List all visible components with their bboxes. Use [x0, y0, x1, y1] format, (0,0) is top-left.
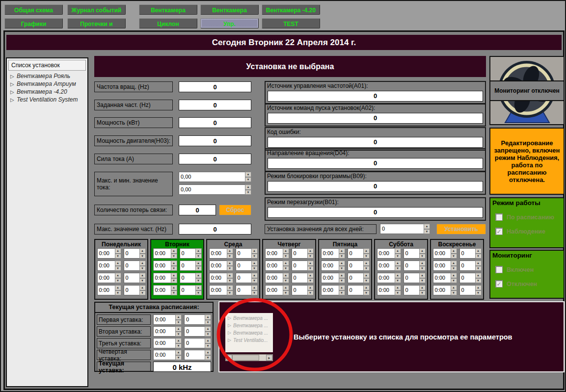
- spinner-value[interactable]: 0: [184, 326, 205, 337]
- spinner-up-button[interactable]: ▲: [419, 261, 426, 266]
- value-spinner[interactable]: 0:00 ▲▼: [321, 248, 345, 259]
- reset-button[interactable]: Сброс: [219, 205, 251, 215]
- toolbar-button[interactable]: Графики: [4, 18, 63, 28]
- tree-expand-icon[interactable]: ▷: [228, 338, 233, 342]
- spinner-value[interactable]: 0:00: [209, 248, 227, 259]
- spinner-down-button[interactable]: ▼: [139, 278, 146, 284]
- toolbar-button[interactable]: Упр. расписанием: [200, 18, 259, 28]
- spinner-value[interactable]: 0: [348, 285, 363, 295]
- spinner-value[interactable]: 0:00: [97, 248, 115, 259]
- spinner-down-button[interactable]: ▼: [451, 278, 457, 284]
- spinner-down-button[interactable]: ▼: [339, 254, 345, 259]
- spinner-down-button[interactable]: ▼: [363, 278, 370, 284]
- spinner-up-button[interactable]: ▲: [195, 273, 202, 278]
- spinner-down-button[interactable]: ▼: [451, 266, 457, 271]
- mini-list-item[interactable]: ▷Test Ventilatio...: [225, 337, 273, 344]
- toolbar-button[interactable]: Венткамера Рояль: [139, 4, 197, 15]
- spinner-value[interactable]: 0:00: [321, 248, 339, 259]
- spinner-value[interactable]: 0: [180, 273, 195, 283]
- spinner-down-button[interactable]: ▼: [251, 290, 258, 296]
- spinner-value[interactable]: 0: [180, 285, 195, 295]
- value-spinner[interactable]: 0:00 ▲▼: [209, 285, 233, 295]
- spinner-up-button[interactable]: ▲: [307, 285, 314, 290]
- spinner-down-button[interactable]: ▼: [139, 266, 146, 271]
- spinner-up-button[interactable]: ▲: [475, 248, 482, 254]
- spinner-down-button[interactable]: ▼: [363, 254, 370, 259]
- spinner-value[interactable]: 0: [184, 314, 205, 325]
- value-spinner[interactable]: 0:00 ▲▼: [433, 261, 457, 271]
- value-spinner[interactable]: 0:00 ▲▼: [377, 285, 401, 295]
- horizontal-scrollbar[interactable]: ◄ ►: [225, 354, 273, 361]
- spinner-value[interactable]: 0: [348, 248, 363, 259]
- value-spinner[interactable]: 0:00 ▲▼: [433, 273, 457, 283]
- value-spinner[interactable]: 0:00 ▲▼: [153, 326, 182, 337]
- spinner-up-button[interactable]: ▲: [139, 248, 146, 254]
- spinner-value[interactable]: 0: [124, 261, 139, 271]
- spinner-value[interactable]: 0: [180, 248, 195, 259]
- spinner-down-button[interactable]: ▼: [451, 254, 457, 259]
- apply-button[interactable]: Установить: [436, 224, 486, 235]
- spinner-up-button[interactable]: ▲: [283, 261, 289, 266]
- spinner-value[interactable]: 0: [236, 285, 251, 295]
- value-spinner[interactable]: 0 ▲▼: [404, 261, 426, 271]
- value-spinner[interactable]: 0:00 ▲▼: [97, 285, 121, 295]
- value-spinner[interactable]: 0 ▲▼: [236, 248, 258, 259]
- spinner-up-button[interactable]: ▲: [363, 248, 370, 254]
- spinner-down-button[interactable]: ▼: [227, 278, 233, 284]
- spinner-down-button[interactable]: ▼: [283, 290, 289, 296]
- value-spinner[interactable]: 0 ▲▼: [124, 261, 146, 271]
- spinner-down-button[interactable]: ▼: [363, 266, 370, 271]
- toolbar-button[interactable]: TEST: [262, 18, 320, 28]
- spinner-down-button[interactable]: ▼: [339, 278, 345, 284]
- spinner-value[interactable]: 0:00: [433, 248, 451, 259]
- spinner-up-button[interactable]: ▲: [195, 248, 202, 254]
- value-spinner[interactable]: 0 ▲▼: [292, 261, 314, 271]
- spinner-up-button[interactable]: ▲: [283, 273, 289, 278]
- checkbox[interactable]: [495, 213, 503, 221]
- spinner-value[interactable]: 0: [292, 273, 307, 283]
- spinner-down-button[interactable]: ▼: [419, 290, 426, 296]
- toolbar-button[interactable]: Венткамера -4.20: [262, 4, 320, 15]
- spinner-down-button[interactable]: ▼: [175, 320, 182, 325]
- value-spinner[interactable]: 0 ▲▼: [180, 248, 202, 259]
- spinner-down-button[interactable]: ▼: [419, 254, 426, 259]
- value-spinner[interactable]: 0 ▲▼: [180, 273, 202, 283]
- spinner-up-button[interactable]: ▲: [395, 285, 401, 290]
- value-spinner[interactable]: 0 ▲▼: [292, 248, 314, 259]
- spinner-down-button[interactable]: ▼: [195, 290, 202, 296]
- spinner-up-button[interactable]: ▲: [205, 350, 211, 355]
- spinner-value[interactable]: 0: [404, 273, 419, 283]
- spinner-value[interactable]: 0: [292, 261, 307, 271]
- spinner-down-button[interactable]: ▼: [307, 278, 314, 284]
- spinner-value[interactable]: 0: [404, 285, 419, 295]
- spinner-up-button[interactable]: ▲: [245, 184, 251, 190]
- checkbox[interactable]: [495, 266, 503, 273]
- spinner-down-button[interactable]: ▼: [171, 278, 177, 284]
- spinner-value[interactable]: 0: [459, 261, 475, 271]
- value-spinner[interactable]: 0 ▲▼: [292, 285, 314, 295]
- spinner-down-button[interactable]: ▼: [115, 278, 121, 284]
- scrollbar-thumb[interactable]: [232, 355, 259, 361]
- spinner-value[interactable]: 0:00: [265, 261, 283, 271]
- scroll-left-icon[interactable]: ◄: [226, 355, 232, 361]
- spinner-down-button[interactable]: ▼: [475, 290, 482, 296]
- spinner-down-button[interactable]: ▼: [339, 290, 345, 296]
- spinner-down-button[interactable]: ▼: [307, 290, 314, 296]
- spinner-down-button[interactable]: ▼: [175, 355, 182, 361]
- value-spinner[interactable]: 0:00 ▲▼: [209, 273, 233, 283]
- value-spinner[interactable]: 0:00 ▲▼: [265, 285, 289, 295]
- spinner-up-button[interactable]: ▲: [245, 172, 251, 177]
- spinner-up-button[interactable]: ▲: [419, 248, 426, 254]
- spinner-down-button[interactable]: ▼: [283, 278, 289, 284]
- spinner-up-button[interactable]: ▲: [395, 248, 401, 254]
- spinner-up-button[interactable]: ▲: [363, 261, 370, 266]
- spinner-up-button[interactable]: ▲: [175, 338, 182, 343]
- spinner-down-button[interactable]: ▼: [245, 177, 251, 183]
- spinner-up-button[interactable]: ▲: [205, 326, 211, 332]
- spinner-down-button[interactable]: ▼: [251, 266, 258, 271]
- spinner-value[interactable]: 0:00: [153, 326, 175, 337]
- tree-expand-icon[interactable]: ▷: [228, 323, 233, 328]
- spinner-up-button[interactable]: ▲: [307, 261, 314, 266]
- spinner-value[interactable]: 0:00: [153, 248, 171, 259]
- value-spinner[interactable]: 0:00 ▲▼: [321, 273, 345, 283]
